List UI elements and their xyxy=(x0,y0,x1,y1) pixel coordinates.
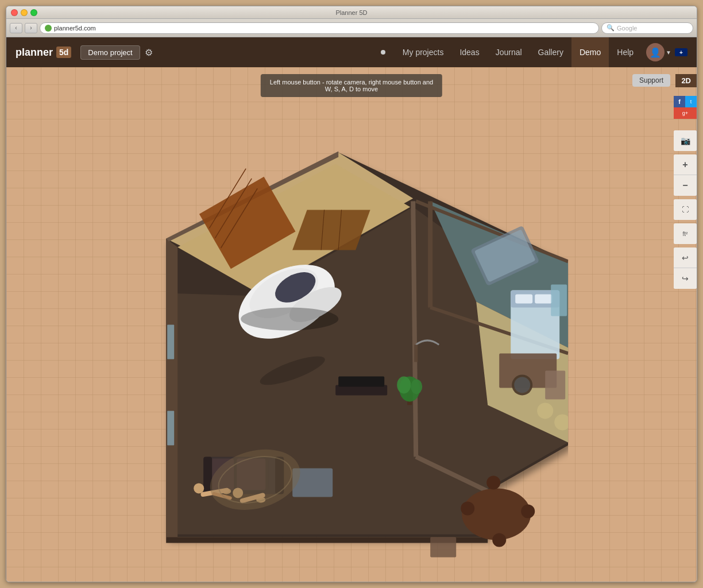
camera-tools: 📷 xyxy=(674,130,697,151)
svg-rect-68 xyxy=(167,411,174,445)
svg-rect-64 xyxy=(338,376,384,386)
svg-point-37 xyxy=(461,501,474,515)
user-dropdown-arrow[interactable]: ▼ xyxy=(666,49,671,56)
nav-ideas[interactable]: Ideas xyxy=(451,37,487,67)
view-tools: ⛶ xyxy=(674,199,697,220)
social-toolbar: f t g+ xyxy=(674,96,697,119)
nav-gallery[interactable]: Gallery xyxy=(530,37,571,67)
project-name[interactable]: Demo project xyxy=(80,45,140,60)
history-tools: ↩ ↪ xyxy=(674,247,697,289)
svg-point-41 xyxy=(537,403,553,419)
nav-journal[interactable]: Journal xyxy=(488,37,530,67)
url-text: planner5d.com xyxy=(54,25,96,32)
camera-tooltip: Left mouse button - rotate camera, right… xyxy=(261,74,442,97)
logo-text: planner xyxy=(16,47,53,59)
svg-point-36 xyxy=(462,488,531,540)
twitter-icon[interactable]: t xyxy=(685,96,697,107)
svg-point-34 xyxy=(514,377,530,393)
svg-rect-35 xyxy=(545,370,565,399)
close-button[interactable] xyxy=(11,9,18,16)
svg-point-22 xyxy=(241,307,338,330)
browser-window-controls xyxy=(11,9,37,16)
tooltip-text-line2: W, S, A, D to move xyxy=(325,86,378,92)
fullscreen-button[interactable]: ⛶ xyxy=(674,199,697,220)
svg-point-39 xyxy=(486,475,500,489)
nav-help[interactable]: Help xyxy=(609,37,642,67)
svg-rect-31 xyxy=(535,294,552,303)
right-toolbar: 📷 + − ⛶ ft² ↩ ↪ xyxy=(674,130,697,291)
forward-button[interactable]: › xyxy=(25,23,37,33)
tooltip-text-line1: Left mouse button - rotate camera, right… xyxy=(270,79,433,86)
search-bar[interactable]: 🔍 Google xyxy=(601,22,693,34)
main-3d-view[interactable]: Left mouse button - rotate camera, right… xyxy=(6,67,697,582)
facebook-icon[interactable]: f xyxy=(674,96,685,107)
settings-icon[interactable]: ⚙ xyxy=(145,47,153,58)
floorplan-canvas xyxy=(97,123,568,560)
minimize-button[interactable] xyxy=(21,9,28,16)
logo: planner 5d xyxy=(16,47,71,59)
zoom-out-button[interactable]: − xyxy=(674,175,697,196)
browser-title: Planner 5D xyxy=(335,9,367,16)
search-placeholder: Google xyxy=(617,25,637,32)
language-flag[interactable] xyxy=(675,48,687,56)
units-button[interactable]: ft² xyxy=(674,223,697,244)
svg-line-9 xyxy=(413,201,416,457)
camera-button[interactable]: 📷 xyxy=(674,130,697,151)
svg-rect-65 xyxy=(430,537,456,557)
undo-button[interactable]: ↩ xyxy=(674,247,697,268)
svg-rect-30 xyxy=(515,294,532,303)
maximize-button[interactable] xyxy=(30,9,37,16)
user-avatar[interactable]: 👤 xyxy=(646,43,665,61)
svg-point-62 xyxy=(411,379,422,394)
svg-rect-69 xyxy=(551,284,567,316)
nav-demo[interactable]: Demo xyxy=(571,37,609,67)
zoom-in-button[interactable]: + xyxy=(674,154,697,175)
redo-button[interactable]: ↪ xyxy=(674,268,697,289)
svg-point-38 xyxy=(521,504,535,518)
logo-5d: 5d xyxy=(56,47,71,58)
zoom-tools: + − xyxy=(674,154,697,196)
units-tool: ft² xyxy=(674,223,697,244)
browser-title-bar: Planner 5D xyxy=(6,6,697,19)
floorplan-svg xyxy=(97,123,568,560)
svg-point-52 xyxy=(194,483,204,493)
navbar: planner 5d Demo project ⚙ My projects Id… xyxy=(6,37,697,67)
back-button[interactable]: ‹ xyxy=(10,23,22,33)
view-2d-button[interactable]: 2D xyxy=(675,74,697,87)
svg-point-40 xyxy=(492,533,506,547)
svg-point-61 xyxy=(397,376,411,393)
svg-rect-67 xyxy=(167,324,174,359)
googleplus-icon[interactable]: g+ xyxy=(674,107,697,119)
search-icon: 🔍 xyxy=(607,24,615,32)
browser-toolbar: ‹ › planner5d.com 🔍 Google xyxy=(6,19,697,37)
nav-my-projects[interactable]: My projects xyxy=(395,37,452,67)
app-content: planner 5d Demo project ⚙ My projects Id… xyxy=(6,37,697,582)
secure-icon xyxy=(45,25,52,32)
address-bar[interactable]: planner5d.com xyxy=(40,22,599,34)
nav-separator xyxy=(381,50,385,55)
support-button[interactable]: Support xyxy=(632,74,670,87)
svg-marker-6 xyxy=(166,238,177,543)
